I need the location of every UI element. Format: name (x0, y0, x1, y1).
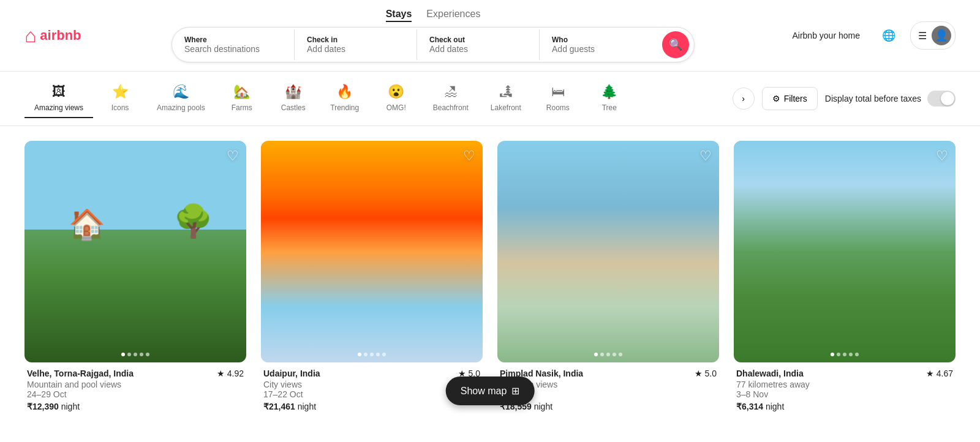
img-dot (831, 353, 834, 356)
category-item-rooms[interactable]: 🛏 Rooms (533, 79, 582, 118)
category-item-amazing-views[interactable]: 🖼 Amazing views (24, 79, 93, 118)
categories: 🖼 Amazing views ⭐ Icons 🌊 Amazing pools … (24, 79, 723, 118)
category-item-tree[interactable]: 🌲 Tree (585, 79, 634, 118)
cat-icon-icons: ⭐ (112, 84, 129, 100)
listing-info: Dhalewadi, India ★ 4.67 77 kilometres aw… (734, 362, 956, 411)
cat-label-amazing-views: Amazing views (34, 103, 83, 112)
category-item-trending[interactable]: 🔥 Trending (320, 79, 369, 118)
search-icon: 🔍 (669, 38, 682, 51)
listing-scene (24, 141, 246, 362)
img-dot (843, 353, 846, 356)
show-map-button[interactable]: Show map ⊞ (446, 376, 535, 405)
search-button[interactable]: 🔍 (662, 31, 689, 58)
category-item-farms[interactable]: 🏡 Farms (217, 79, 266, 118)
category-item-amazing-pools[interactable]: 🌊 Amazing pools (147, 79, 215, 118)
img-dot (612, 353, 616, 356)
user-menu[interactable]: ☰ 👤 (910, 21, 956, 50)
search-who[interactable]: Who Add guests (540, 29, 662, 60)
listing-rating: ★ 4.67 (926, 369, 953, 378)
image-dots (594, 353, 622, 356)
logo[interactable]: ⌂ airbnb (24, 24, 81, 47)
category-item-icons[interactable]: ⭐ Icons (96, 79, 145, 118)
tax-toggle: Display total before taxes (825, 91, 956, 107)
listing-scene (497, 141, 719, 362)
cat-icon-castles: 🏰 (285, 84, 301, 100)
tab-experiences[interactable]: Experiences (426, 9, 480, 22)
filters-label: Filters (784, 94, 807, 103)
filters-button[interactable]: ⚙ Filters (762, 87, 818, 110)
img-dot (358, 353, 361, 356)
listing-dates: 3–8 Nov (736, 389, 953, 399)
nav-tabs: Stays Experiences (386, 9, 481, 22)
img-dot (606, 353, 610, 356)
rating-value: 4.92 (227, 369, 244, 378)
listing-scene (734, 141, 956, 362)
img-dot (364, 353, 368, 356)
search-where[interactable]: Where Search destinations (172, 29, 295, 60)
checkin-value: Add dates (307, 44, 404, 54)
wishlist-button[interactable]: ♡ (227, 148, 239, 164)
image-dots (358, 353, 386, 356)
cat-icon-beachfront: 🏖 (444, 84, 458, 100)
where-label: Where (184, 36, 282, 44)
cat-icon-amazing-views: 🖼 (52, 84, 66, 100)
where-value: Search destinations (184, 44, 282, 54)
star-icon: ★ (695, 369, 703, 378)
rating-value: 5.0 (705, 369, 717, 378)
listing-card-1[interactable]: ♡ Velhe, Torna-Rajgad, India ★ 4.92 Moun… (24, 141, 246, 411)
cat-label-amazing-pools: Amazing pools (157, 103, 205, 112)
img-dot (146, 353, 149, 356)
listing-rating: ★ 5.0 (695, 369, 717, 378)
category-item-omg[interactable]: 😮 OMG! (372, 79, 421, 118)
tab-stays[interactable]: Stays (386, 9, 412, 22)
cat-label-omg: OMG! (386, 103, 406, 112)
globe-button[interactable]: 🌐 (877, 24, 900, 47)
img-dot (619, 353, 622, 356)
listing-info: Velhe, Torna-Rajgad, India ★ 4.92 Mounta… (24, 362, 246, 411)
wishlist-button[interactable]: ♡ (463, 148, 475, 164)
airbnb-logo-icon: ⌂ (24, 24, 36, 47)
cat-icon-amazing-pools: 🌊 (173, 84, 189, 100)
img-dot (127, 353, 131, 356)
cat-label-icons: Icons (111, 103, 129, 112)
category-item-lakefront[interactable]: 🏞 Lakefront (481, 79, 531, 118)
wishlist-button[interactable]: ♡ (699, 148, 712, 164)
avatar: 👤 (932, 26, 951, 45)
header: ⌂ airbnb Stays Experiences Where Search … (0, 0, 980, 72)
cat-label-farms: Farms (232, 103, 252, 112)
cat-label-lakefront: Lakefront (491, 103, 521, 112)
cat-icon-omg: 😮 (388, 84, 404, 100)
star-icon: ★ (926, 369, 934, 378)
cat-icon-trending: 🔥 (336, 84, 353, 100)
cat-label-castles: Castles (281, 103, 306, 112)
listing-card-3[interactable]: ♡ Pimplad Nasik, India ★ 5.0 d garden vi… (497, 141, 719, 411)
cat-icon-rooms: 🛏 (551, 84, 565, 100)
who-label: Who (552, 36, 650, 44)
listing-rating: ★ 4.92 (217, 369, 244, 378)
listing-description: Mountain and pool views (27, 380, 244, 389)
rating-value: 4.67 (937, 369, 953, 378)
listing-top: Velhe, Torna-Rajgad, India ★ 4.92 (27, 369, 244, 378)
scroll-right-arrow[interactable]: › (733, 88, 755, 110)
nav-right: Airbnb your home 🌐 ☰ 👤 (785, 21, 956, 50)
cat-label-beachfront: Beachfront (433, 103, 469, 112)
search-checkout[interactable]: Check out Add dates (417, 29, 540, 60)
category-item-beachfront[interactable]: 🏖 Beachfront (423, 79, 478, 118)
nav-center: Stays Experiences Where Search destinati… (172, 9, 695, 62)
host-link[interactable]: Airbnb your home (785, 24, 867, 47)
checkout-label: Check out (429, 36, 527, 44)
img-dot (594, 353, 598, 356)
listing-location: Udaipur, India (263, 369, 320, 378)
listing-card-4[interactable]: ♡ Dhalewadi, India ★ 4.67 77 kilometres … (734, 141, 956, 411)
filter-icon: ⚙ (772, 94, 780, 103)
img-dot (849, 353, 853, 356)
tax-toggle-switch[interactable] (927, 91, 956, 107)
listing-image: ♡ (734, 141, 956, 362)
img-dot (837, 353, 840, 356)
search-checkin[interactable]: Check in Add dates (295, 29, 417, 60)
img-dot (134, 353, 137, 356)
category-item-castles[interactable]: 🏰 Castles (269, 79, 318, 118)
listing-dates: 24–29 Oct (27, 389, 244, 399)
wishlist-button[interactable]: ♡ (936, 148, 948, 164)
listing-card-2[interactable]: ♡ Udaipur, India ★ 5.0 City views 17–22 … (261, 141, 483, 411)
